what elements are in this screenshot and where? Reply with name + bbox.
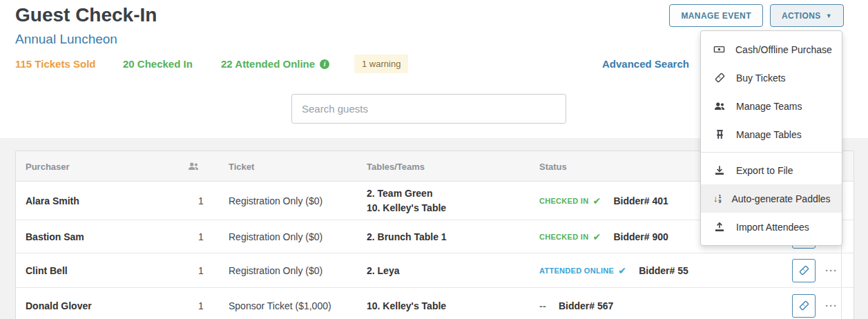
menu-item-manage-tables[interactable]: Manage Tables [701, 120, 842, 148]
purchaser-name[interactable]: Donald Glover [26, 300, 92, 311]
manage-event-label: MANAGE EVENT [681, 11, 751, 21]
menu-item-label: Buy Tickets [736, 72, 786, 84]
column-divider [841, 253, 842, 287]
search-input[interactable] [291, 94, 566, 124]
menu-item-label: Export to File [736, 165, 793, 176]
download-icon [713, 165, 726, 176]
advanced-search-link[interactable]: Advanced Search [602, 58, 689, 70]
upload-icon [713, 222, 726, 233]
bidder-number: Bidder# 900 [613, 231, 668, 242]
purchaser-column-header[interactable]: Purchaser [26, 161, 70, 171]
status-cell: CHECKED IN✔Bidder# 900 [539, 231, 668, 242]
ticket-count: 1 [187, 195, 215, 206]
users-icon [187, 161, 215, 172]
more-options-button[interactable]: ··· [825, 300, 838, 311]
ticket-count: 1 [187, 231, 215, 242]
menu-item-cash-offline-purchase[interactable]: Cash/Offline Purchase [701, 35, 842, 64]
actions-menu: Cash/Offline PurchaseBuy TicketsManage T… [700, 30, 842, 246]
ticket-icon [713, 72, 726, 84]
status-cell: CHECKED IN✔Bidder# 401 [539, 195, 668, 206]
ticket-type: Registration Only ($0) [229, 231, 322, 242]
ticket-count: 1 [187, 265, 215, 276]
menu-item-manage-teams[interactable]: Manage Teams [701, 92, 842, 120]
manage-event-button[interactable]: MANAGE EVENT [669, 4, 762, 27]
menu-item-buy-tickets[interactable]: Buy Tickets [701, 64, 842, 92]
status-badge: CHECKED IN✔ [539, 231, 601, 242]
tickets-sold-stat: 115 Tickets Sold [15, 58, 95, 70]
header-buttons: MANAGE EVENT ACTIONS ▼ [669, 4, 844, 27]
purchaser-name[interactable]: Alara Smith [26, 195, 79, 206]
ticket-type: Registration Only ($0) [229, 265, 322, 276]
warning-badge[interactable]: 1 warning [354, 55, 408, 73]
table-row: Clint Bell1Registration Only ($0)2. Leya… [16, 253, 853, 288]
tables-teams: 2. Brunch Table 1 [367, 229, 447, 244]
attended-online-stat: 22 Attended Online i [221, 58, 329, 70]
tables-teams: 10. Kelley's Table [367, 298, 446, 313]
column-divider [841, 288, 842, 319]
issue-ticket-button[interactable] [792, 259, 816, 282]
status-column-header[interactable]: Status [539, 161, 567, 171]
checked-in-stat: 20 Checked In [123, 58, 193, 70]
issue-ticket-button[interactable] [792, 294, 816, 318]
status-cell: ATTENDED ONLINE✔Bidder# 55 [539, 265, 688, 276]
actions-button[interactable]: ACTIONS ▼ [770, 4, 844, 27]
tables-teams: 2. Team Green10. Kelley's Table [367, 186, 446, 215]
ticket-icon [798, 300, 810, 311]
status-badge: ATTENDED ONLINE✔ [539, 265, 626, 276]
menu-item-auto-generate-paddles[interactable]: ↓19Auto-generate Paddles [701, 184, 842, 213]
check-icon: ✔ [618, 265, 626, 276]
ticket-type: Sponsor Ticket ($1,000) [229, 300, 331, 311]
status-badge: CHECKED IN✔ [539, 195, 601, 206]
purchaser-name[interactable]: Clint Bell [26, 265, 68, 276]
status-badge: -- [539, 300, 546, 311]
menu-item-label: Cash/Offline Purchase [735, 44, 832, 55]
menu-divider [701, 152, 842, 153]
more-options-button[interactable]: ··· [825, 264, 838, 276]
row-actions: ··· [792, 259, 838, 282]
ticket-type: Registration Only ($0) [229, 195, 322, 206]
ticket-icon [798, 264, 810, 276]
bidder-number: Bidder# 401 [613, 195, 668, 206]
menu-item-label: Auto-generate Paddles [731, 193, 830, 204]
status-cell: --Bidder# 567 [539, 300, 613, 311]
purchaser-name[interactable]: Bastion Sam [26, 231, 84, 242]
menu-item-import-attendees[interactable]: Import Attendees [701, 213, 842, 241]
row-actions: ··· [792, 294, 838, 318]
table-icon [713, 128, 726, 140]
menu-item-export-to-file[interactable]: Export to File [701, 156, 842, 184]
info-icon[interactable]: i [320, 59, 329, 69]
menu-item-label: Import Attendees [736, 222, 809, 233]
tables-teams: 2. Leya [367, 263, 399, 278]
menu-item-label: Manage Tables [736, 129, 802, 140]
menu-item-label: Manage Teams [736, 101, 802, 112]
ticket-count: 1 [187, 300, 215, 311]
page-title: Guest Check-In [15, 4, 157, 26]
check-icon: ✔ [592, 195, 601, 206]
bidder-number: Bidder# 567 [559, 300, 613, 311]
sort-numeric-icon: ↓19 [713, 194, 721, 204]
event-name-link[interactable]: Annual Luncheon [15, 32, 117, 47]
tables-teams-column-header[interactable]: Tables/Teams [367, 161, 425, 171]
money-bill-icon [713, 44, 725, 55]
caret-down-icon: ▼ [826, 13, 832, 19]
users-icon [713, 101, 726, 112]
check-icon: ✔ [592, 231, 601, 242]
ticket-column-header[interactable]: Ticket [229, 161, 254, 171]
table-row: Donald Glover1Sponsor Ticket ($1,000)10.… [16, 288, 853, 319]
attended-online-label: 22 Attended Online [221, 58, 315, 70]
bidder-number: Bidder# 55 [639, 265, 688, 276]
actions-label: ACTIONS [782, 11, 821, 21]
